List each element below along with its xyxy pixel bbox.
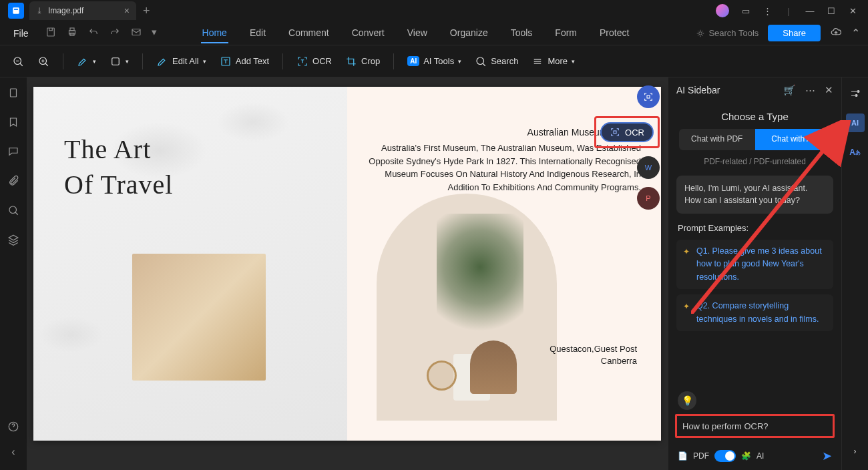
kebab-menu-icon[interactable]: ⋮ <box>763 6 772 15</box>
bookmarks-icon[interactable] <box>7 116 19 131</box>
right-rail: AI Aあ › <box>841 77 868 470</box>
thumbnails-icon[interactable] <box>7 87 19 101</box>
prompt-example-2[interactable]: Q2. Compare storytelling techniques in n… <box>676 294 833 331</box>
svg-rect-16 <box>11 89 17 97</box>
left-rail: ‹ <box>0 77 27 470</box>
ai-sidebar: AI Sidebar 🛒 ⋯ ✕ Choose a Type Chat with… <box>668 77 841 470</box>
zoom-in-button[interactable] <box>37 55 49 67</box>
user-avatar[interactable] <box>716 4 729 17</box>
tab-home[interactable]: Home <box>201 23 228 43</box>
translate-icon[interactable]: Aあ <box>846 143 865 162</box>
new-tab-button[interactable]: + <box>143 4 150 18</box>
attachments-icon[interactable] <box>7 175 19 190</box>
app-logo[interactable] <box>8 3 24 19</box>
ai-mode-icon: 🧩 <box>741 451 751 461</box>
mail-icon[interactable] <box>130 26 142 40</box>
chat-subtype-label: PDF-related / PDF-unrelated <box>668 157 841 166</box>
document-tab[interactable]: ⤓ Image.pdf × <box>29 1 136 20</box>
chat-with-ai-button[interactable]: Chat with AI <box>755 129 831 150</box>
menubar: File ▾ Home Edit Comment Convert View Or… <box>0 21 868 45</box>
chat-with-pdf-button[interactable]: Chat with PDF <box>679 129 755 150</box>
svg-point-17 <box>9 206 17 214</box>
document-page: The Art Of Travel Australian Museum,Sydn… <box>33 87 661 441</box>
footer-pdf-label: PDF <box>693 451 709 461</box>
undo-icon[interactable] <box>87 26 99 40</box>
search-panel-icon[interactable] <box>7 204 19 219</box>
minimize-icon[interactable]: ― <box>805 6 815 15</box>
tab-protect[interactable]: Protect <box>598 23 630 43</box>
prompt-examples-heading: Prompt Examples: <box>678 223 832 233</box>
ai-sidebar-toggle[interactable]: AI <box>846 113 865 132</box>
svg-rect-6 <box>132 29 140 35</box>
convert-ppt-icon[interactable]: P <box>637 187 660 210</box>
dropdown-icon[interactable]: ▾ <box>152 26 157 40</box>
save-icon[interactable] <box>45 26 57 40</box>
choose-type-label: Choose a Type <box>668 111 841 122</box>
svg-rect-19 <box>647 95 650 98</box>
tab-form[interactable]: Form <box>554 23 578 43</box>
more-button[interactable]: More▾ <box>531 55 575 67</box>
crop-button[interactable]: Crop <box>345 55 380 67</box>
titlebar: ⤓ Image.pdf × + ▭ ⋮ | ― ☐ ✕ <box>0 0 868 21</box>
ai-greeting-message: Hello, I'm Lumi, your AI assistant. How … <box>676 176 833 214</box>
close-tab-icon[interactable]: × <box>124 5 130 16</box>
prompt-example-1[interactable]: Q1. Please give me 3 ideas about how to … <box>676 240 833 289</box>
expand-right-icon[interactable]: › <box>846 442 865 461</box>
edit-all-button[interactable]: Edit All▾ <box>156 55 206 67</box>
image-flowers <box>132 254 266 381</box>
comments-icon[interactable] <box>7 146 19 160</box>
caption-line1: Questacon,Guest Post <box>550 344 637 354</box>
ai-tools-button[interactable]: AIAI Tools▾ <box>407 56 461 66</box>
share-button[interactable]: Share <box>768 25 821 41</box>
cloud-icon[interactable] <box>830 26 842 41</box>
tab-edit[interactable]: Edit <box>248 23 267 43</box>
settings-sliders-icon[interactable] <box>846 84 865 103</box>
shape-button[interactable]: ▾ <box>110 55 129 67</box>
close-window-icon[interactable]: ✕ <box>848 6 857 15</box>
redo-icon[interactable] <box>109 26 121 40</box>
cart-icon[interactable]: 🛒 <box>783 84 796 96</box>
send-button[interactable]: ➤ <box>822 449 832 463</box>
ai-chat-input[interactable] <box>682 421 827 431</box>
chevron-up-icon[interactable]: ⌃ <box>851 27 860 39</box>
ocr-button[interactable]: OCR <box>296 55 332 67</box>
svg-rect-4 <box>70 28 74 31</box>
search-tools[interactable]: Search Tools <box>696 28 758 38</box>
close-sidebar-icon[interactable]: ✕ <box>825 84 833 96</box>
annotation-input-highlight <box>675 414 835 438</box>
tab-comment[interactable]: Comment <box>287 23 331 43</box>
tab-tools[interactable]: Tools <box>509 23 534 43</box>
search-button[interactable]: Search <box>475 55 518 67</box>
help-icon[interactable] <box>7 421 19 435</box>
layers-icon[interactable] <box>7 234 19 248</box>
doc-heading-2: Of Travel <box>64 169 316 200</box>
doc-heading-1: The Art <box>64 134 316 165</box>
footer-ai-label: AI <box>756 451 764 461</box>
svg-point-7 <box>699 31 702 35</box>
more-options-icon[interactable]: ⋯ <box>805 84 815 96</box>
add-text-button[interactable]: Add Text <box>220 55 269 67</box>
maximize-icon[interactable]: ☐ <box>827 6 836 15</box>
mode-toggle[interactable] <box>714 450 736 462</box>
toolbar: ▾ ▾ Edit All▾ Add Text OCR Crop AIAI Too… <box>0 45 868 77</box>
quick-scan-icon[interactable] <box>637 85 660 108</box>
tab-organize[interactable]: Organize <box>449 23 489 43</box>
zoom-out-button[interactable] <box>12 55 24 67</box>
floating-ocr-button[interactable]: OCR <box>600 122 654 142</box>
image-arch <box>377 194 557 421</box>
chat-type-segment: Chat with PDF Chat with AI <box>679 129 831 150</box>
ai-sidebar-title: AI Sidebar <box>676 85 720 95</box>
svg-rect-10 <box>112 57 120 65</box>
tab-convert[interactable]: Convert <box>351 23 386 43</box>
tab-view[interactable]: View <box>406 23 429 43</box>
convert-word-icon[interactable]: W <box>637 156 660 179</box>
collapse-left-icon[interactable]: ‹ <box>11 446 15 458</box>
chat-icon[interactable]: ▭ <box>741 6 750 15</box>
pdf-mode-icon: 📄 <box>678 451 688 461</box>
tab-label: Image.pdf <box>48 6 83 15</box>
print-icon[interactable] <box>66 26 78 40</box>
document-viewport[interactable]: The Art Of Travel Australian Museum,Sydn… <box>27 77 668 470</box>
file-menu[interactable]: File <box>8 25 34 41</box>
suggestions-icon[interactable]: 💡 <box>678 391 696 410</box>
highlight-button[interactable]: ▾ <box>77 55 96 67</box>
